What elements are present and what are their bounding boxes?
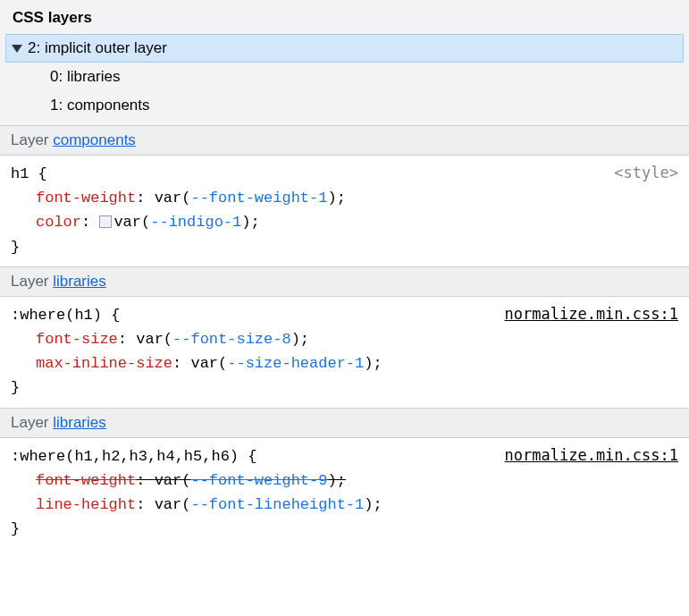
- property-name: font-weight: [36, 190, 136, 207]
- declaration[interactable]: color: var(--indigo-1);: [11, 210, 678, 234]
- property-name: max-inline-size: [36, 355, 172, 372]
- layer-link[interactable]: components: [53, 131, 136, 148]
- property-name: color: [36, 214, 81, 231]
- css-variable[interactable]: --font-lineheight-1: [190, 496, 364, 513]
- declaration[interactable]: font-weight: var(--font-weight-1);: [11, 186, 678, 210]
- selector[interactable]: :where(h1) {: [11, 303, 120, 327]
- css-variable[interactable]: --indigo-1: [150, 214, 241, 231]
- css-variable[interactable]: --size-header-1: [227, 355, 364, 372]
- css-variable[interactable]: --font-weight-1: [190, 190, 327, 207]
- close-brace: }: [11, 517, 678, 541]
- tree-label: 2: implicit outer layer: [28, 39, 167, 57]
- css-variable[interactable]: --font-size-8: [172, 331, 291, 348]
- declaration[interactable]: max-inline-size: var(--size-header-1);: [11, 351, 678, 376]
- source-link: <style>: [614, 161, 678, 185]
- close-brace: }: [11, 235, 678, 259]
- property-name: font-weight: [36, 472, 136, 489]
- selector-line: :where(h1) {normalize.min.css:1: [11, 302, 678, 327]
- layer-word: Layer: [11, 414, 53, 431]
- source-link[interactable]: normalize.min.css:1: [505, 443, 678, 468]
- layer-tree: 2: implicit outer layer 0: libraries 1: …: [0, 34, 689, 125]
- css-rule: :where(h1) {normalize.min.css:1font-size…: [0, 297, 689, 408]
- selector-line: h1 {<style>: [11, 161, 678, 186]
- css-layers-panel: CSS layers 2: implicit outer layer 0: li…: [0, 0, 689, 548]
- property-name: font-size: [36, 331, 118, 348]
- declaration[interactable]: font-size: var(--font-size-8);: [11, 327, 678, 351]
- selector[interactable]: h1 {: [11, 162, 47, 186]
- tree-row-child[interactable]: 0: libraries: [0, 63, 689, 91]
- property-name: line-height: [36, 496, 136, 513]
- tree-row-child[interactable]: 1: components: [0, 91, 689, 120]
- layer-link[interactable]: libraries: [53, 273, 106, 290]
- tree-label: 1: components: [50, 97, 150, 114]
- selector-line: :where(h1,h2,h3,h4,h5,h6) {normalize.min…: [11, 443, 678, 468]
- css-rule: h1 {<style>font-weight: var(--font-weigh…: [0, 156, 689, 266]
- panel-title: CSS layers: [0, 0, 689, 34]
- layer-word: Layer: [11, 273, 53, 290]
- css-variable[interactable]: --font-weight-9: [190, 472, 327, 489]
- layer-word: Layer: [11, 131, 53, 148]
- selector[interactable]: :where(h1,h2,h3,h4,h5,h6) {: [11, 444, 256, 468]
- layer-heading: Layer components: [0, 125, 689, 156]
- layer-heading: Layer libraries: [0, 408, 689, 438]
- tree-label: 0: libraries: [50, 68, 120, 86]
- layer-link[interactable]: libraries: [53, 414, 106, 431]
- tree-row-root[interactable]: 2: implicit outer layer: [5, 34, 684, 63]
- declaration[interactable]: font-weight: var(--font-weight-9);: [11, 468, 678, 493]
- source-link[interactable]: normalize.min.css:1: [505, 302, 678, 326]
- disclosure-triangle-icon[interactable]: [12, 45, 22, 53]
- close-brace: }: [11, 376, 678, 400]
- color-swatch-icon[interactable]: [99, 215, 112, 228]
- layer-heading: Layer libraries: [0, 266, 689, 297]
- css-rule: :where(h1,h2,h3,h4,h5,h6) {normalize.min…: [0, 438, 689, 549]
- declaration[interactable]: line-height: var(--font-lineheight-1);: [11, 493, 678, 517]
